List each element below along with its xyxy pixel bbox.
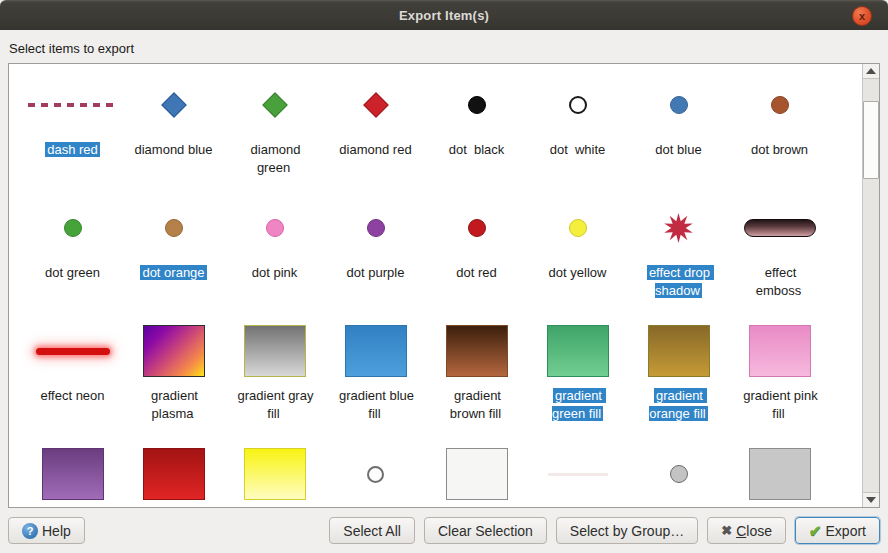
dot-pink-icon (266, 219, 284, 237)
style-item-dot-orange[interactable]: dot orange (123, 199, 224, 322)
gradient-gray-icon (244, 325, 306, 377)
titlebar: Export Item(s) x (0, 0, 888, 30)
emboss-pill-icon (744, 219, 816, 237)
close-button-label: Close (736, 523, 772, 539)
line-faint-icon (548, 473, 608, 476)
scroll-down-button[interactable] (863, 492, 879, 507)
export-button[interactable]: ✔ Export (795, 517, 880, 544)
item-label: diamond blue (132, 142, 214, 157)
item-label: dot brown (749, 142, 810, 157)
style-item-ring-gray[interactable] (325, 445, 426, 507)
item-label: dot black (447, 142, 507, 157)
style-item-swatch-yellow[interactable] (224, 445, 325, 507)
style-item-swatch-red[interactable] (123, 445, 224, 507)
select-all-label: Select All (343, 523, 401, 539)
swatch-purple-icon (42, 448, 104, 500)
style-item-diamond-red[interactable]: diamond red (325, 76, 426, 199)
style-item-effect-emboss[interactable]: effect emboss (729, 199, 830, 322)
diamond-red-icon (363, 92, 388, 117)
gradient-green-icon (547, 325, 609, 377)
style-item-dot-pink[interactable]: dot pink (224, 199, 325, 322)
style-item-gradient-gray-fill[interactable]: gradient gray fill (224, 322, 325, 445)
diamond-green-icon (262, 92, 287, 117)
window-title: Export Item(s) (399, 8, 489, 23)
style-item-swatch-purple[interactable] (22, 445, 123, 507)
style-item-gradient-orange-fill[interactable]: gradient orange fill (628, 322, 729, 445)
style-item-swatch-white[interactable] (426, 445, 527, 507)
style-item-dot-green[interactable]: dot green (22, 199, 123, 322)
dot-white-icon (569, 96, 587, 114)
style-item-dash-red[interactable]: dash red (22, 76, 123, 199)
item-label: gradient blue fill (337, 388, 418, 421)
style-item-diamond-green[interactable]: diamond green (224, 76, 325, 199)
items-listview: dash red diamond blue diamond green diam… (8, 63, 880, 508)
style-item-dot-blue[interactable]: dot blue (628, 76, 729, 199)
style-item-dot-yellow[interactable]: dot yellow (527, 199, 628, 322)
dot-orange-icon (165, 219, 183, 237)
gradient-plasma-icon (143, 325, 205, 377)
style-item-gradient-plasma[interactable]: gradient plasma (123, 322, 224, 445)
style-item-line-faint[interactable] (527, 445, 628, 507)
window-close-button[interactable]: x (852, 6, 872, 26)
style-item-gradient-blue-fill[interactable]: gradient blue fill (325, 322, 426, 445)
item-label: effect neon (38, 388, 106, 403)
item-label: dot green (43, 265, 102, 280)
item-label: gradient pink fill (741, 388, 821, 421)
checkmark-icon: ✔ (809, 522, 822, 540)
style-item-swatch-gray[interactable] (729, 445, 830, 507)
star-red-icon (664, 213, 694, 243)
item-label: dot yellow (547, 265, 609, 280)
item-label: effect emboss (756, 265, 804, 298)
select-all-button[interactable]: Select All (329, 517, 415, 544)
ring-gray-icon (367, 466, 384, 483)
gradient-blue-icon (345, 325, 407, 377)
gradient-pink-icon (749, 325, 811, 377)
item-label: dot white (548, 142, 608, 157)
dot-black-icon (468, 96, 486, 114)
vertical-scrollbar[interactable] (862, 64, 879, 507)
style-item-gradient-green-fill[interactable]: gradient green fill (527, 322, 628, 445)
arrow-up-icon (866, 68, 876, 74)
item-label: effect drop shadow (647, 265, 714, 298)
footer-buttons: ? Help Select All Clear Selection Select… (0, 517, 888, 544)
select-by-group-label: Select by Group… (570, 523, 684, 539)
style-item-dot-white[interactable]: dot white (527, 76, 628, 199)
item-label: dash red (45, 142, 100, 157)
style-item-dot-gray[interactable] (628, 445, 729, 507)
style-item-gradient-pink-fill[interactable]: gradient pink fill (729, 322, 830, 445)
close-icon: x (859, 11, 865, 22)
select-by-group-button[interactable]: Select by Group… (556, 517, 698, 544)
item-label: diamond green (249, 142, 305, 175)
dot-purple-icon (367, 219, 385, 237)
help-button[interactable]: ? Help (8, 517, 85, 544)
style-item-dot-black[interactable]: dot black (426, 76, 527, 199)
close-button[interactable]: ✖ Close (707, 517, 786, 544)
item-label: gradient green fill (552, 388, 606, 421)
help-question-icon: ? (22, 523, 38, 539)
item-label: gradient orange fill (649, 388, 707, 421)
clear-selection-button[interactable]: Clear Selection (424, 517, 547, 544)
style-item-effect-drop-shadow[interactable]: effect drop shadow (628, 199, 729, 322)
scroll-up-button[interactable] (863, 64, 879, 79)
style-item-diamond-blue[interactable]: diamond blue (123, 76, 224, 199)
diamond-blue-icon (161, 92, 186, 117)
item-label: dot blue (653, 142, 703, 157)
style-item-dot-brown[interactable]: dot brown (729, 76, 830, 199)
style-item-gradient-brown-fill[interactable]: gradient brown fill (426, 322, 527, 445)
item-label: dot orange (140, 265, 206, 280)
gradient-brown-icon (446, 325, 508, 377)
dot-gray-icon (670, 465, 688, 483)
select-items-label: Select items to export (9, 41, 134, 56)
scrollbar-thumb[interactable] (863, 101, 879, 179)
gradient-orange-icon (648, 325, 710, 377)
close-x-icon: ✖ (721, 523, 732, 538)
style-item-effect-neon[interactable]: effect neon (22, 322, 123, 445)
item-label: dot pink (250, 265, 300, 280)
dot-green-icon (64, 219, 82, 237)
style-item-dot-red[interactable]: dot red (426, 199, 527, 322)
dot-brown-icon (771, 96, 789, 114)
style-item-dot-purple[interactable]: dot purple (325, 199, 426, 322)
item-label: gradient plasma (149, 388, 202, 421)
dot-yellow-icon (569, 219, 587, 237)
dot-blue-icon (670, 96, 688, 114)
